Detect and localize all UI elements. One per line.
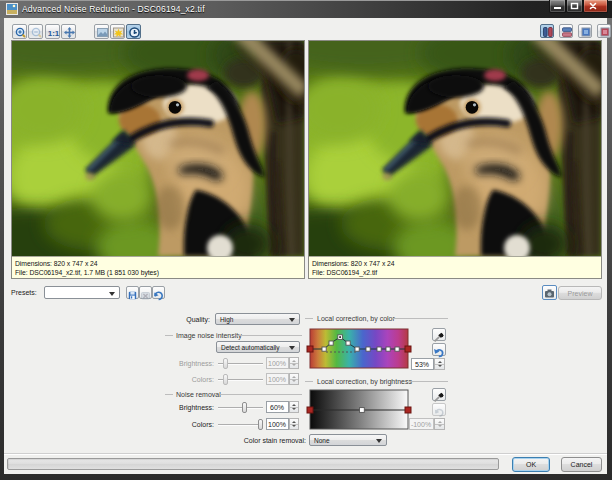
svg-text:1:1: 1:1 (48, 29, 60, 38)
